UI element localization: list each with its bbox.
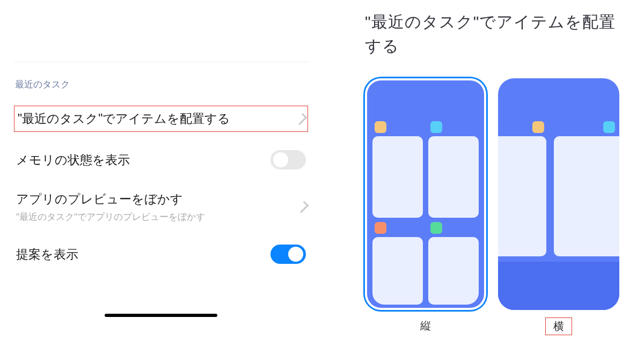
- preview-card: [428, 237, 479, 305]
- settings-panel: 最近のタスク "最近のタスク"でアイテムを配置する メモリの状態を表示 アプリの…: [0, 0, 322, 362]
- app-chip-icon: [375, 222, 386, 234]
- chevron-right-icon: [295, 113, 308, 125]
- row-blur-subtitle: "最近のタスク"でアプリのプレビューをぼかす: [16, 211, 293, 223]
- row-blur-title: アプリのプレビューをぼかす: [16, 191, 293, 208]
- app-chip-icon: [603, 121, 615, 133]
- preview-bottom-bar: [498, 262, 619, 310]
- app-chip-icon: [532, 121, 544, 133]
- row-arrange-title: "最近のタスク"でアイテムを配置する: [18, 110, 291, 127]
- preview-horizontal: [498, 78, 619, 310]
- preview-card: [428, 136, 479, 218]
- row-show-suggestions[interactable]: 提案を表示: [14, 245, 308, 264]
- preview-vertical: [365, 78, 486, 310]
- app-chip-icon: [430, 222, 442, 234]
- option-vertical-label: 縦: [413, 317, 438, 334]
- layout-previews: 縦 横: [365, 78, 628, 335]
- arrange-page: "最近のタスク"でアイテムを配置する 縦: [322, 0, 644, 362]
- option-horizontal[interactable]: 横: [498, 78, 619, 335]
- divider: [14, 62, 308, 62]
- option-vertical[interactable]: 縦: [365, 78, 486, 335]
- toggle-memory[interactable]: [270, 150, 306, 169]
- preview-card: [554, 136, 619, 256]
- option-horizontal-label: 横: [545, 317, 572, 335]
- toggle-suggestions[interactable]: [270, 245, 306, 264]
- section-header-recents: 最近のタスク: [15, 78, 308, 91]
- page-title: "最近のタスク"でアイテムを配置する: [365, 10, 628, 58]
- row-memory-title: メモリの状態を表示: [16, 152, 264, 168]
- row-suggest-title: 提案を表示: [16, 246, 264, 263]
- app-chip-icon: [375, 121, 386, 133]
- preview-card: [372, 136, 423, 218]
- preview-card: [372, 237, 423, 305]
- gesture-bar-icon: [105, 314, 217, 317]
- row-arrange-items[interactable]: "最近のタスク"でアイテムを配置する: [14, 106, 308, 132]
- row-blur-previews[interactable]: アプリのプレビューをぼかす "最近のタスク"でアプリのプレビューをぼかす: [14, 191, 308, 223]
- preview-card: [498, 136, 546, 256]
- row-memory-status[interactable]: メモリの状態を表示: [14, 150, 308, 169]
- app-chip-icon: [430, 121, 442, 133]
- chevron-right-icon: [297, 201, 309, 213]
